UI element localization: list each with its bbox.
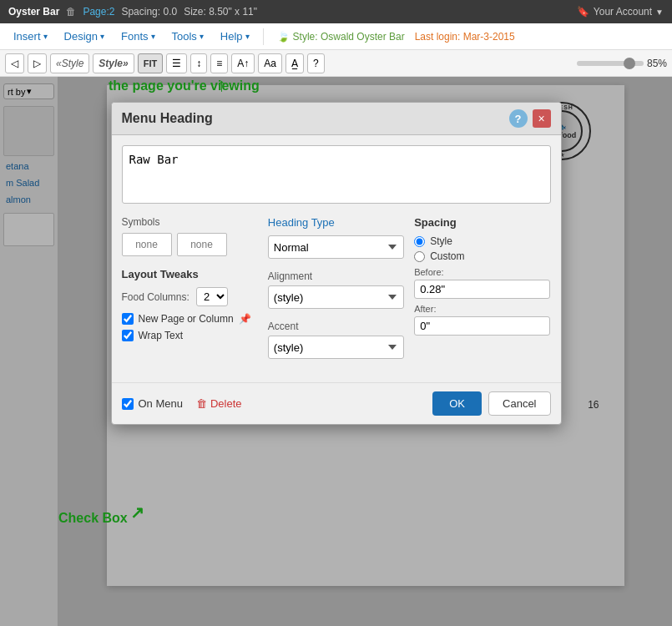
heading-type-label: Heading Type: [268, 216, 404, 229]
zoom-percent: 85%: [647, 58, 667, 69]
modal-header: Menu Heading ? ×: [112, 103, 561, 135]
menu-fonts[interactable]: Fonts ▾: [114, 27, 162, 46]
spacing-custom-row: Custom: [414, 250, 550, 262]
text-size-btn[interactable]: A↑: [231, 53, 255, 73]
modal-col-left: Symbols none none Layout Tweaks Food Col…: [122, 216, 258, 366]
toolbar: ◁ ▷ «Style Style» FIT ☰ ↕ ≡ A↑ Aa A̲ ? 8…: [0, 50, 672, 77]
style-leaf-icon: 🍃: [277, 31, 290, 43]
page-indicator: Page:2: [83, 6, 114, 18]
menu-help-chevron: ▾: [245, 32, 250, 41]
symbols-label: Symbols: [122, 216, 258, 228]
account-label: Your Account: [594, 6, 652, 18]
zoom-thumb[interactable]: [624, 58, 635, 69]
spacing-style-label: Style: [430, 235, 452, 247]
delete-label: Delete: [210, 397, 242, 410]
after-label: After:: [414, 304, 550, 314]
zoom-track[interactable]: [577, 61, 644, 66]
menu-design[interactable]: Design ▾: [58, 27, 111, 46]
style-bold-btn[interactable]: Style»: [93, 53, 134, 73]
before-label: Before:: [414, 267, 550, 277]
menu-insert-label: Insert: [13, 30, 41, 43]
layout-tweaks-section: Layout Tweaks Food Columns: 2 1 3 4: [122, 268, 258, 341]
layout-tweaks-label: Layout Tweaks: [122, 268, 258, 280]
size-indicator: Size: 8.50" x 11": [184, 6, 257, 18]
pin-icon: 📌: [239, 313, 251, 325]
modal-header-buttons: ? ×: [509, 109, 551, 128]
page-number: 2: [109, 6, 115, 18]
help-toolbar-btn[interactable]: ?: [307, 53, 325, 73]
heading-text-input[interactable]: Raw Bar: [122, 145, 551, 204]
account-chevron-icon: ▼: [655, 8, 664, 17]
trash-icon[interactable]: 🗑: [66, 6, 76, 18]
wrap-text-checkbox[interactable]: [122, 330, 134, 341]
alignment-select[interactable]: (style) Left Center Right: [268, 285, 404, 309]
menu-help[interactable]: Help ▾: [214, 27, 256, 46]
menu-help-label: Help: [220, 30, 243, 43]
modal-dialog: Menu Heading ? × Raw Bar Symbols none: [111, 102, 562, 425]
zoom-control: 85%: [577, 58, 667, 69]
menu-design-chevron: ▾: [100, 32, 104, 41]
wrap-text-checkbox-row: Wrap Text: [122, 330, 258, 341]
delete-trash-icon: 🗑: [196, 397, 207, 410]
heading-type-select[interactable]: Normal Sub Heading Category: [268, 235, 404, 259]
main-area: rt by ▾ etana m Salad almon the page you…: [0, 77, 672, 626]
modal-footer: On Menu 🗑 Delete OK Cancel: [112, 382, 561, 424]
on-menu-checkbox[interactable]: [122, 398, 134, 410]
wrap-text-label: Wrap Text: [139, 330, 184, 341]
align-btn[interactable]: ≡: [210, 53, 228, 73]
modal-close-button[interactable]: ×: [533, 109, 551, 128]
spacing-style-radio[interactable]: [414, 236, 425, 247]
on-menu-row: On Menu: [122, 397, 183, 410]
menu-tools-label: Tools: [172, 30, 197, 43]
symbols-row: none none: [122, 233, 258, 256]
top-bar: Oyster Bar 🗑 Page:2 Spacing: 0.0 Size: 8…: [0, 0, 672, 23]
accent-label: Accent: [268, 321, 404, 332]
style-link[interactable]: 🍃 Style: Oswald Oyster Bar: [277, 31, 405, 43]
top-bar-left: Oyster Bar 🗑 Page:2 Spacing: 0.0 Size: 8…: [8, 6, 257, 18]
modal-body: Raw Bar Symbols none none Layout Tweaks: [112, 135, 561, 376]
text-case-btn[interactable]: Aa: [258, 53, 282, 73]
accent-select[interactable]: (style) None Light Dark: [268, 336, 404, 359]
spacing-custom-radio[interactable]: [414, 251, 425, 262]
fit-btn[interactable]: FIT: [138, 53, 164, 73]
ok-button[interactable]: OK: [432, 391, 482, 416]
after-input[interactable]: [414, 316, 550, 336]
menu-tools[interactable]: Tools ▾: [165, 27, 210, 46]
menu-fonts-chevron: ▾: [151, 32, 155, 41]
delete-button[interactable]: 🗑 Delete: [196, 397, 242, 410]
symbol-2[interactable]: none: [177, 233, 227, 256]
symbol-1[interactable]: none: [122, 233, 172, 256]
menu-design-label: Design: [64, 30, 98, 43]
on-menu-label: On Menu: [139, 397, 183, 410]
food-columns-row: Food Columns: 2 1 3 4: [122, 287, 258, 306]
menu-bar: Insert ▾ Design ▾ Fonts ▾ Tools ▾ Help ▾…: [0, 23, 672, 50]
line-spacing-btn[interactable]: ↕: [190, 53, 207, 73]
page-label: Page:: [83, 6, 109, 18]
before-input[interactable]: [414, 280, 550, 299]
page-back-btn[interactable]: ◁: [5, 53, 24, 73]
menu-tools-chevron: ▾: [200, 32, 204, 41]
alignment-label: Alignment: [268, 270, 404, 282]
spacing-label: Spacing: [414, 216, 550, 229]
text-color-btn[interactable]: A̲: [285, 53, 304, 73]
page-forward-btn[interactable]: ▷: [28, 53, 47, 73]
new-page-checkbox[interactable]: [122, 313, 134, 325]
account-icon: 🔖: [577, 6, 589, 18]
modal-footer-buttons: OK Cancel: [432, 391, 550, 416]
style-italic-btn[interactable]: «Style: [50, 53, 89, 73]
menu-divider: [263, 28, 264, 45]
account-link[interactable]: Your Account ▼: [594, 6, 664, 18]
menu-insert-chevron: ▾: [43, 32, 48, 41]
spacing-style-row: Style: [414, 235, 550, 247]
modal-overlay: Menu Heading ? × Raw Bar Symbols none: [0, 77, 672, 626]
food-columns-label: Food Columns:: [122, 291, 189, 303]
food-columns-select[interactable]: 2 1 3 4: [196, 287, 228, 306]
modal-help-button[interactable]: ?: [509, 109, 528, 128]
last-login: Last login: Mar-3-2015: [415, 31, 515, 43]
app-title: Oyster Bar: [8, 6, 59, 18]
cancel-button[interactable]: Cancel: [488, 391, 550, 416]
list-btn[interactable]: ☰: [166, 53, 187, 73]
style-link-label: Style: Oswald Oyster Bar: [293, 31, 405, 43]
menu-insert[interactable]: Insert ▾: [7, 27, 54, 46]
modal-col-middle: Heading Type Normal Sub Heading Category…: [268, 216, 404, 366]
